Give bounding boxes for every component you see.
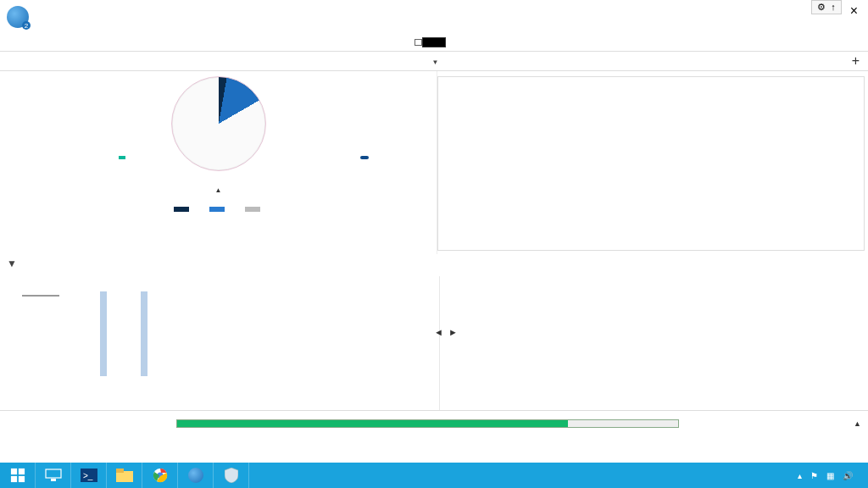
taskbar-drivepool[interactable] (178, 463, 214, 488)
performance-section: ▼ (0, 254, 868, 410)
arrow-left-icon: ◄ (434, 327, 443, 337)
read-write-block (22, 291, 59, 300)
performance-header[interactable]: ▼ (7, 258, 861, 269)
swatch-icon (174, 207, 189, 212)
pool-overview-pane: ▲ (0, 71, 437, 254)
pool-selector[interactable]: ▼ (430, 55, 439, 67)
add-pool-button[interactable]: + (852, 53, 860, 69)
duplication-x2-badge[interactable] (119, 156, 125, 159)
fast-io-bar (100, 291, 107, 380)
taskbar-server-manager[interactable] (36, 463, 71, 488)
chevron-up-icon[interactable]: ▲ (854, 419, 861, 428)
close-button[interactable]: × (843, 0, 865, 22)
taskbar-chrome[interactable] (142, 463, 178, 488)
title-bar: ⚙ ↑ × (0, 0, 868, 34)
pool-usage-pie-chart (171, 76, 266, 171)
svg-rect-3 (18, 476, 24, 482)
pane-divider-arrows[interactable]: ◄ ► (434, 327, 458, 337)
disks-pane (437, 71, 868, 254)
read-striping-bar (141, 291, 147, 380)
system-tray[interactable]: ▴ ⚑ ▦ 🔊 (791, 463, 868, 488)
svg-rect-0 (10, 469, 16, 474)
ntfs-badge[interactable] (360, 156, 369, 159)
svg-rect-1 (18, 469, 24, 474)
tray-volume-icon[interactable]: 🔊 (843, 471, 853, 480)
svg-rect-5 (51, 479, 56, 481)
swatch-icon (209, 207, 225, 212)
legend-other (245, 207, 264, 212)
settings-button[interactable]: ⚙ ↑ (811, 0, 842, 14)
io-bars (100, 291, 147, 380)
svg-rect-2 (10, 476, 16, 482)
tray-chevron-up-icon[interactable]: ▴ (798, 471, 802, 480)
app-icon (7, 6, 29, 28)
start-button[interactable] (0, 463, 36, 488)
chevron-down-icon: ▼ (7, 258, 17, 269)
taskbar-shield-app[interactable] (214, 463, 249, 488)
svg-text:>_: >_ (83, 471, 93, 480)
disk-performance-pane (439, 276, 861, 410)
arrow-up-icon: ↑ (831, 2, 836, 13)
svg-rect-9 (116, 469, 124, 473)
monitor-icon[interactable] (422, 37, 446, 47)
chevron-up-icon: ▲ (215, 186, 222, 194)
taskbar-powershell[interactable]: >_ (71, 463, 107, 488)
svg-rect-4 (46, 469, 61, 478)
pool-selector-bar: ▼ + (0, 51, 868, 71)
gear-icon: ⚙ (817, 2, 826, 13)
swatch-icon (245, 207, 260, 212)
tray-flag-icon[interactable]: ⚑ (810, 471, 818, 480)
pool-performance-pane (7, 276, 439, 410)
computer-bar (0, 34, 868, 51)
disk-list-scroll[interactable] (438, 77, 864, 250)
taskbar: >_ ▴ ⚑ ▦ 🔊 (0, 463, 868, 488)
chevron-down-icon: ▼ (432, 58, 439, 66)
pool-organization-progress (176, 419, 679, 428)
taskbar-file-explorer[interactable] (107, 463, 142, 488)
legend-unduplicated (174, 207, 192, 212)
tray-network-icon[interactable]: ▦ (826, 471, 834, 480)
pool-organization-section: ▲ (0, 410, 868, 431)
disk-list (437, 76, 865, 251)
manage-pool-button[interactable]: ▲ (0, 183, 437, 195)
arrow-right-icon: ► (448, 327, 458, 337)
pool-legend (0, 207, 437, 212)
legend-duplicated (209, 207, 228, 212)
